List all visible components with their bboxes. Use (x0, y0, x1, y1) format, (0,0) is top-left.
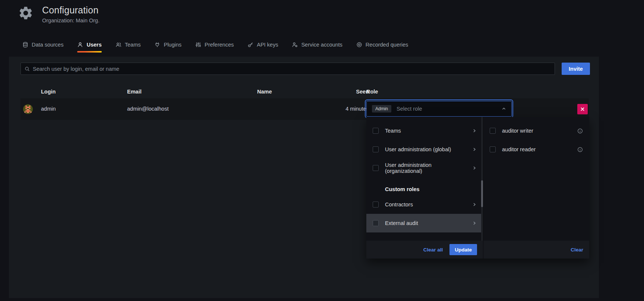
column-header-login: Login (41, 89, 56, 95)
user-email: admin@localhost (127, 106, 168, 112)
role-item-auditor-writer[interactable]: auditor writer (483, 121, 589, 140)
submenu-footer: Clear (483, 241, 589, 259)
column-header-name: Name (257, 89, 272, 95)
key-icon (247, 42, 253, 48)
role-group-label: Teams (385, 128, 466, 134)
angle-right-icon (472, 166, 477, 170)
tab-label: Service accounts (301, 42, 342, 48)
tab-label: Preferences (205, 42, 234, 48)
plug-icon (154, 42, 160, 48)
role-group-label: External audit (385, 220, 466, 226)
tab-users[interactable]: Users (77, 39, 101, 50)
config-tabbar: Data sources Users Teams Plugins Prefere… (22, 39, 408, 50)
info-circle-icon[interactable] (577, 128, 583, 134)
tab-preferences[interactable]: Preferences (195, 39, 234, 50)
service-account-icon (292, 42, 298, 48)
team-icon (116, 42, 121, 48)
role-group-label: User administration (organizational) (385, 162, 466, 174)
column-header-role: Role (366, 89, 378, 95)
role-item-auditor-reader[interactable]: auditor reader (483, 140, 589, 159)
column-header-email: Email (127, 89, 142, 95)
checkbox-auditor-reader[interactable] (490, 146, 496, 152)
grafana-org-config-page: { "page": { "title": "Configuration", "s… (0, 0, 644, 301)
role-picker-footer: Clear all Update (366, 241, 483, 259)
tab-label: Recorded queries (366, 42, 408, 48)
role-group-contractors[interactable]: Contractors (366, 195, 483, 214)
checkbox-user-admin-org[interactable] (373, 165, 379, 171)
update-button[interactable]: Update (449, 244, 477, 255)
user-seen: 4 minutes (335, 106, 369, 112)
delete-user-button[interactable] (577, 104, 588, 114)
role-picker-submenu: auditor writer auditor reader Clear (483, 117, 589, 259)
user-search (20, 63, 555, 75)
tab-teams[interactable]: Teams (116, 39, 141, 50)
angle-right-icon (472, 202, 477, 207)
clear-all-button[interactable]: Clear all (423, 247, 443, 253)
tab-service-accounts[interactable]: Service accounts (292, 39, 342, 50)
role-group-teams[interactable]: Teams (366, 121, 483, 140)
role-picker-dropdown: Teams User administration (global) User … (366, 117, 589, 259)
column-header-seen: Seen (335, 89, 369, 95)
angle-right-icon (472, 147, 477, 152)
page-subtitle: Organization: Main Org. (42, 18, 100, 23)
info-circle-icon[interactable] (577, 147, 583, 152)
role-item-label: auditor writer (502, 128, 571, 134)
user-icon (77, 42, 83, 48)
page-title-block: Configuration Organization: Main Org. (42, 5, 100, 23)
checkbox-teams[interactable] (373, 128, 379, 134)
role-badge-admin: Admin (372, 105, 391, 113)
checkbox-contractors[interactable] (373, 202, 379, 207)
sliders-icon (195, 42, 201, 48)
invite-button[interactable]: Invite (562, 63, 590, 75)
angle-right-icon (472, 129, 477, 133)
tab-plugins[interactable]: Plugins (154, 39, 181, 50)
gear-icon (18, 5, 34, 21)
chevron-up-icon (502, 107, 506, 111)
tab-data-sources[interactable]: Data sources (22, 39, 63, 50)
angle-right-icon (472, 221, 477, 225)
close-icon (580, 107, 585, 111)
role-select[interactable]: Admin Select role (366, 101, 512, 117)
clear-button[interactable]: Clear (571, 247, 583, 253)
role-item-label: auditor reader (502, 146, 571, 152)
checkbox-user-admin-global[interactable] (373, 146, 379, 152)
role-group-label: User administration (global) (385, 146, 466, 152)
role-group-user-admin-global[interactable]: User administration (global) (366, 140, 483, 159)
custom-roles-header: Custom roles (366, 183, 483, 195)
role-picker-menu: Teams User administration (global) User … (366, 117, 483, 259)
tab-label: API keys (257, 42, 278, 48)
users-table-header: Login Email Name Seen Role (9, 86, 599, 98)
tab-recorded-queries[interactable]: Recorded queries (356, 39, 408, 50)
search-icon (25, 66, 30, 72)
page-header: Configuration Organization: Main Org. (18, 5, 100, 23)
role-group-user-admin-org[interactable]: User administration (organizational) (366, 159, 483, 177)
record-circle-icon (356, 42, 362, 48)
tab-api-keys[interactable]: API keys (247, 39, 278, 50)
role-group-external-audit[interactable]: External audit (366, 214, 483, 232)
tab-label: Plugins (164, 42, 181, 48)
tab-label: Teams (125, 42, 141, 48)
tab-label: Users (86, 42, 101, 48)
avatar (23, 104, 33, 114)
checkbox-auditor-writer[interactable] (490, 128, 496, 134)
checkbox-external-audit[interactable] (373, 220, 379, 226)
user-login: admin (41, 106, 56, 112)
role-select-placeholder: Select role (397, 106, 496, 112)
role-group-label: Contractors (385, 202, 466, 207)
tab-label: Data sources (32, 42, 63, 48)
page-title: Configuration (42, 5, 100, 16)
database-icon (22, 42, 28, 48)
search-input[interactable] (33, 66, 551, 72)
